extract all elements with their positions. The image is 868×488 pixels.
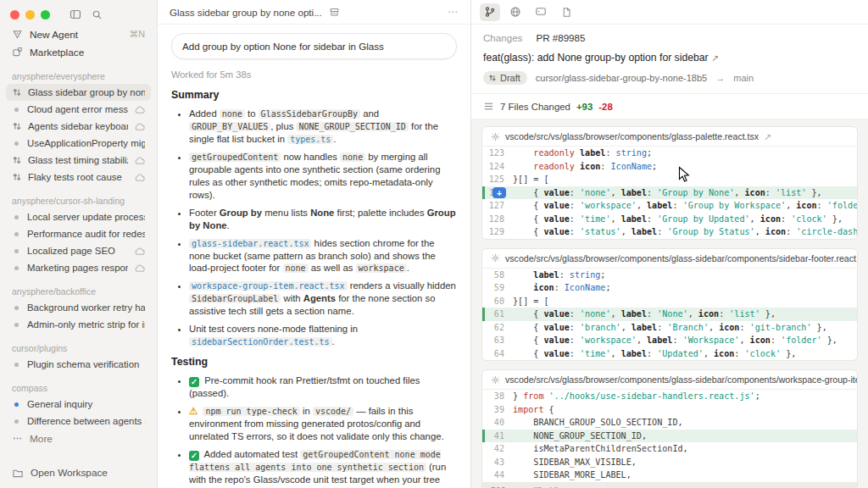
line-number: 58 [485, 269, 513, 282]
diff-file-header[interactable]: vscode/src/vs/glass/browser/components/g… [482, 370, 857, 390]
sidebar-item[interactable]: Difference between agents and ... [6, 413, 151, 430]
sidebar-item[interactable]: Background worker retry handling [6, 299, 151, 316]
close-window-button[interactable] [10, 10, 19, 19]
file-link[interactable]: sidebarSectionOrder.test.ts [189, 337, 332, 347]
sidebar-item[interactable]: Admin-only metric strip for inco... [6, 316, 151, 333]
file-link[interactable]: types.ts [287, 135, 333, 144]
minimize-window-button[interactable] [25, 10, 35, 19]
code-text: { value: 'branch', label: 'Branch', icon… [513, 321, 827, 335]
file-link[interactable]: workspace-group-item.react.tsx [189, 281, 348, 291]
file-view-button[interactable] [556, 3, 576, 21]
cloud-icon [134, 122, 145, 131]
code-text: { value: 'none', label: 'None', icon: 'l… [513, 308, 776, 321]
code-text: { value: 'none', label: 'Group by None',… [513, 186, 822, 200]
sidebar-item-label: Cloud agent error message re... [27, 104, 128, 114]
tab-pr[interactable]: PR #89985 [536, 32, 585, 43]
inline-code: GlassSidebarGroupBy [259, 109, 360, 119]
sidebar-item[interactable]: Performance audit for redesigne... [6, 225, 151, 242]
window-controls [0, 0, 157, 25]
diff-line: 124 readonly icon: IconName; [482, 160, 857, 174]
ellipsis-icon [12, 433, 23, 444]
sidebar-section-label: cursor/plugins [0, 333, 157, 356]
search-icon[interactable] [92, 9, 103, 20]
file-path: vscode/src/vs/glass/browser/components/g… [505, 253, 857, 263]
file-link[interactable]: glass-sidebar.react.tsx [189, 239, 311, 248]
sidebar-item[interactable]: Plugin schema verification [6, 356, 151, 373]
open-workspace-label: Open Workspace [31, 467, 108, 479]
sidebar-item[interactable]: UseApplicationProperty migrati... [6, 135, 151, 152]
sidebar-item[interactable]: Glass test timing stabilization [6, 152, 151, 169]
arrow-icon: → [715, 73, 725, 83]
sidebar-item[interactable]: Agents sidebar keyboard expe... [6, 118, 151, 135]
maximize-window-button[interactable] [41, 10, 50, 19]
new-agent-button[interactable]: New Agent ⌘N [0, 25, 157, 43]
sidebar-toggle-icon[interactable] [70, 8, 81, 20]
diff-cards: vscode/src/vs/glass/browser/components/g… [471, 119, 868, 488]
sort-icon [488, 74, 497, 82]
line-number: 59 [485, 281, 513, 295]
testing-bullet: ✓ Pre-commit hook ran Prettier/tsfmt on … [189, 374, 457, 400]
git-branch-icon [484, 6, 496, 18]
diff-line: 42 isMetaParentChildrenSectionId, [482, 442, 857, 456]
sidebar-item[interactable]: Flaky tests root cause [6, 169, 151, 186]
sidebar-item[interactable]: Marketing pages responsiven... [6, 259, 151, 276]
diff-line: 128 { value: 'time', label: 'Group by Up… [482, 213, 857, 226]
diff-line: 129 { value: 'status', label: 'Group by … [482, 225, 857, 239]
archive-icon[interactable] [329, 7, 340, 18]
sidebar-item[interactable]: Glass sidebar group by none op... [6, 84, 151, 101]
files-changed-row[interactable]: 7 Files Changed +93 -28 [471, 94, 868, 119]
add-comment-button[interactable]: + [492, 187, 506, 198]
dot-icon [12, 402, 21, 407]
code-text: import { [513, 403, 554, 417]
sidebar-item[interactable]: Cloud agent error message re... [6, 101, 151, 118]
testing-heading: Testing [171, 355, 457, 369]
summary-bullet: glass-sidebar.react.tsx hides section ch… [189, 237, 457, 275]
marketplace-button[interactable]: Marketplace [0, 43, 157, 61]
summary-bullet: Footer Group by menu lists None first; p… [189, 207, 457, 232]
sidebar-item-label: Performance audit for redesigne... [27, 229, 145, 239]
cloud-icon [134, 156, 145, 165]
terminal-view-button[interactable] [531, 3, 551, 21]
inline-code: SidebarGroupLabel [189, 294, 281, 303]
gear-icon [491, 132, 500, 141]
diff-line: 40 BRANCH_GROUP_SOLO_SECTION_ID, [482, 416, 857, 430]
branch-name[interactable]: cursor/glass-sidebar-group-by-none-18b5 [536, 73, 707, 83]
dot-icon [12, 323, 21, 327]
tab-changes[interactable]: Changes [483, 32, 522, 43]
sidebar-item-label: Agents sidebar keyboard expe... [28, 121, 128, 131]
sidebar-item-label: Glass test timing stabilization [28, 155, 128, 165]
line-number: 60 [485, 295, 513, 308]
open-workspace-button[interactable]: Open Workspace [0, 458, 157, 488]
new-agent-icon [12, 29, 23, 40]
pr-title[interactable]: feat(glass): add None group-by option fo… [483, 52, 856, 64]
diff-file-header[interactable]: vscode/src/vs/glass/browser/components/g… [482, 249, 857, 269]
diff-line: 126 { value: 'none', label: 'Group by No… [482, 186, 857, 200]
agent-panel-header: Glass sidebar group by none opti... ⋯ [158, 0, 470, 25]
dot-icon [12, 363, 21, 367]
sidebar-item-label: General inquiry [27, 399, 145, 409]
sort-icon [12, 121, 22, 131]
code-text: readonly label: string; [513, 147, 652, 160]
changes-view-button[interactable] [480, 3, 500, 21]
sidebar-item[interactable]: Local server update process [6, 208, 151, 225]
gear-icon [491, 375, 500, 385]
line-number: 123 [485, 147, 513, 160]
new-agent-shortcut: ⌘N [129, 29, 145, 40]
browser-view-button[interactable] [505, 3, 526, 21]
monitor-icon [535, 6, 547, 18]
diff-file-header[interactable]: vscode/src/vs/glass/browser/components/g… [482, 127, 857, 147]
sidebar-item[interactable]: Localized page SEO [6, 242, 151, 259]
collapsed-lines-bar[interactable]: 560 unmodified lines [482, 482, 857, 488]
target-branch[interactable]: main [733, 73, 754, 83]
diff-line: 38} from '../hooks/use-sidebar-handlers.… [482, 390, 857, 403]
sidebar-item[interactable]: General inquiry [6, 396, 151, 413]
inline-code: getGroupedContent [189, 152, 281, 162]
more-button[interactable]: More [0, 430, 157, 447]
agent-menu-button[interactable]: ⋯ [448, 6, 459, 18]
cloud-icon [134, 173, 145, 182]
diff-line: 60}[] = [ [482, 295, 857, 308]
open-workspace-icon [12, 468, 24, 479]
sidebar-section-label: anysphere/cursor-sh-landing [0, 186, 157, 208]
sort-icon [12, 172, 22, 182]
agent-panel: Glass sidebar group by none opti... ⋯ Ad… [158, 0, 471, 488]
